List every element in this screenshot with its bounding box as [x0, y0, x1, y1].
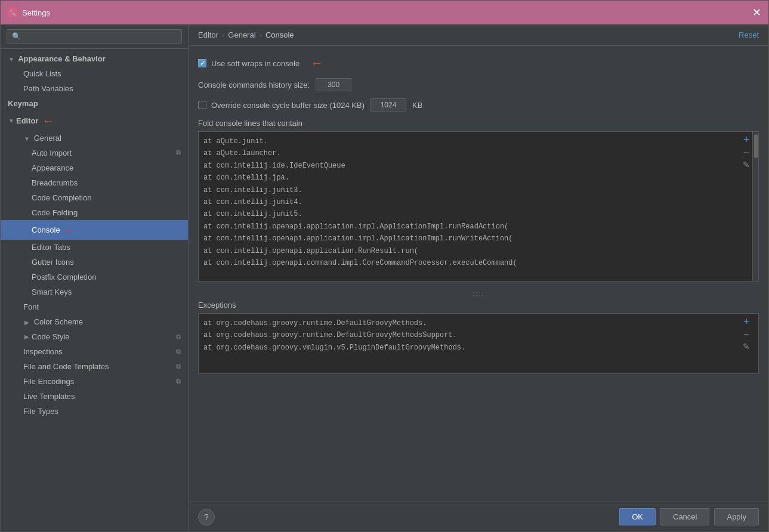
- exceptions-list-container: at org.codehaus.groovy.runtime.DefaultGr…: [198, 313, 759, 374]
- fold-add-button[interactable]: +: [743, 134, 750, 145]
- breadcrumb-sep2: ›: [260, 30, 262, 39]
- fold-list-item: at aQute.junit.: [203, 135, 753, 147]
- sidebar: ▼ Appearance & Behavior Quick Lists Path…: [1, 24, 189, 531]
- editor-expand-icon: ▼: [8, 117, 15, 124]
- fold-list-item: at aQute.launcher.: [203, 147, 753, 159]
- exceptions-edit-button[interactable]: ✎: [743, 342, 750, 351]
- sidebar-item-code-folding[interactable]: Code Folding: [1, 205, 188, 220]
- sidebar-item-path-variables[interactable]: Path Variables: [1, 81, 188, 96]
- fold-list-item: at com.intellij.openapi.application.impl…: [203, 221, 753, 233]
- fold-list-item: at com.intellij.openapi.command.impl.Cor…: [203, 257, 753, 269]
- breadcrumb-sep1: ›: [222, 30, 224, 39]
- sidebar-item-file-code-templates[interactable]: File and Code Templates ⧉: [1, 359, 188, 374]
- sidebar-item-file-types[interactable]: File Types: [1, 404, 188, 419]
- code-style-expand-icon: ▶: [23, 333, 30, 340]
- sidebar-item-code-style[interactable]: ▶ Code Style ⧉: [1, 329, 188, 344]
- fold-list-item: at com.intellij.openapi.application.RunR…: [203, 245, 753, 257]
- sidebar-item-inspections[interactable]: Inspections ⧉: [1, 344, 188, 359]
- sidebar-item-quick-lists[interactable]: Quick Lists: [1, 66, 188, 81]
- exceptions-list: at org.codehaus.groovy.runtime.DefaultGr…: [199, 314, 758, 373]
- override-buffer-checkbox[interactable]: [198, 101, 206, 109]
- app-icon: 🔧: [8, 8, 17, 17]
- main-content: ▼ Appearance & Behavior Quick Lists Path…: [1, 24, 768, 531]
- sidebar-item-font[interactable]: Font: [1, 299, 188, 314]
- sidebar-item-file-encodings[interactable]: File Encodings ⧉: [1, 374, 188, 389]
- soft-wraps-checkbox[interactable]: ✓: [198, 59, 206, 67]
- sidebar-item-appearance-behavior[interactable]: ▼ Appearance & Behavior: [1, 51, 188, 66]
- search-bar: [1, 24, 188, 49]
- fold-section-label: Fold console lines that contain: [198, 119, 759, 128]
- exceptions-actions: + − ✎: [743, 316, 750, 351]
- soft-wraps-row: ✓ Use soft wraps in console ←: [198, 55, 759, 71]
- sidebar-item-postfix-completion[interactable]: Postfix Completion: [1, 270, 188, 284]
- search-input[interactable]: [7, 29, 182, 44]
- sidebar-item-general[interactable]: ▼ General: [1, 131, 188, 146]
- override-buffer-label[interactable]: Override console cycle buffer size (1024…: [198, 101, 365, 110]
- close-button[interactable]: ✕: [752, 7, 761, 18]
- breadcrumb-editor[interactable]: Editor: [198, 30, 218, 39]
- sidebar-item-color-scheme[interactable]: ▶ Color Scheme: [1, 314, 188, 329]
- content-panel: Editor › General › Console Reset ✓ Use: [189, 24, 768, 531]
- reset-button[interactable]: Reset: [739, 30, 759, 39]
- fold-list-item: at com.intellij.junit4.: [203, 196, 753, 208]
- copy-icon-inspections: ⧉: [176, 348, 181, 355]
- copy-icon-file-encodings: ⧉: [176, 378, 181, 385]
- override-buffer-input[interactable]: [370, 98, 406, 112]
- apply-button[interactable]: Apply: [714, 508, 759, 525]
- exceptions-list-item: at org.codehaus.groovy.runtime.DefaultGr…: [203, 317, 753, 329]
- fold-remove-button[interactable]: −: [743, 147, 750, 158]
- sidebar-item-editor[interactable]: ▼ Editor ←: [1, 111, 188, 131]
- sidebar-item-gutter-icons[interactable]: Gutter Icons: [1, 255, 188, 270]
- sidebar-item-live-templates[interactable]: Live Templates: [1, 389, 188, 404]
- color-scheme-expand-icon: ▶: [23, 319, 30, 326]
- sidebar-item-appearance[interactable]: Appearance: [1, 160, 188, 175]
- nav-tree: ▼ Appearance & Behavior Quick Lists Path…: [1, 49, 188, 531]
- console-arrow-annotation: ←: [64, 223, 76, 237]
- exceptions-label: Exceptions: [198, 301, 759, 310]
- breadcrumb-general[interactable]: General: [228, 30, 255, 39]
- history-size-input[interactable]: [316, 78, 351, 91]
- sidebar-item-console[interactable]: Console ←: [1, 220, 188, 240]
- copy-icon-auto-import: ⧉: [176, 149, 181, 156]
- editor-arrow-annotation: ←: [42, 114, 54, 128]
- sidebar-item-editor-tabs[interactable]: Editor Tabs: [1, 240, 188, 255]
- sidebar-item-keymap[interactable]: Keymap: [1, 96, 188, 111]
- breadcrumb: Editor › General › Console: [198, 30, 294, 39]
- soft-wraps-label[interactable]: ✓ Use soft wraps in console: [198, 59, 299, 68]
- fold-edit-button[interactable]: ✎: [743, 160, 750, 169]
- sidebar-item-code-completion[interactable]: Code Completion: [1, 190, 188, 205]
- ok-button[interactable]: OK: [619, 508, 656, 525]
- scroll-thumb: [754, 134, 758, 158]
- override-buffer-row: Override console cycle buffer size (1024…: [198, 98, 759, 112]
- titlebar-left: 🔧 Settings: [8, 8, 50, 17]
- fold-scrollbar[interactable]: [752, 132, 758, 281]
- separator-dots: ;;;;: [198, 289, 759, 298]
- exceptions-add-button[interactable]: +: [743, 316, 750, 327]
- cancel-button[interactable]: Cancel: [660, 508, 709, 525]
- copy-icon-code-style: ⧉: [176, 333, 181, 341]
- general-expand-icon: ▼: [23, 135, 30, 142]
- exceptions-section: Exceptions at org.codehaus.groovy.runtim…: [198, 301, 759, 374]
- exceptions-remove-button[interactable]: −: [743, 329, 750, 340]
- breadcrumb-console: Console: [265, 30, 294, 39]
- fold-list-item: at com.intellij.ide.IdeEventQueue: [203, 160, 753, 172]
- exceptions-list-item: at org.codehaus.groovy.vmlugin.v5.Plugin…: [203, 342, 753, 354]
- window-title: Settings: [22, 8, 50, 17]
- fold-list-container: at aQute.junit.at aQute.launcher.at com.…: [198, 131, 759, 282]
- exceptions-list-item: at org.codehaus.groovy.runtime.DefaultGr…: [203, 329, 753, 341]
- help-button[interactable]: ?: [198, 509, 215, 525]
- breadcrumb-bar: Editor › General › Console Reset: [189, 24, 768, 46]
- expand-icon: ▼: [8, 56, 15, 63]
- sidebar-item-smart-keys[interactable]: Smart Keys: [1, 284, 188, 299]
- settings-window: 🔧 Settings ✕ ▼ Appearance & Behavior Qui…: [0, 0, 769, 532]
- sidebar-item-breadcrumbs[interactable]: Breadcrumbs: [1, 175, 188, 190]
- history-size-row: Console commands history size:: [198, 78, 759, 91]
- fold-list: at aQute.junit.at aQute.launcher.at com.…: [199, 132, 758, 281]
- fold-list-item: at com.intellij.junit5.: [203, 208, 753, 220]
- footer: ? OK Cancel Apply: [189, 502, 768, 531]
- soft-wraps-arrow: ←: [310, 55, 323, 71]
- fold-actions: + − ✎: [743, 134, 750, 169]
- titlebar: 🔧 Settings ✕: [1, 1, 768, 24]
- sidebar-item-auto-import[interactable]: Auto Import ⧉: [1, 146, 188, 160]
- fold-list-item: at com.intellij.openapi.application.impl…: [203, 233, 753, 245]
